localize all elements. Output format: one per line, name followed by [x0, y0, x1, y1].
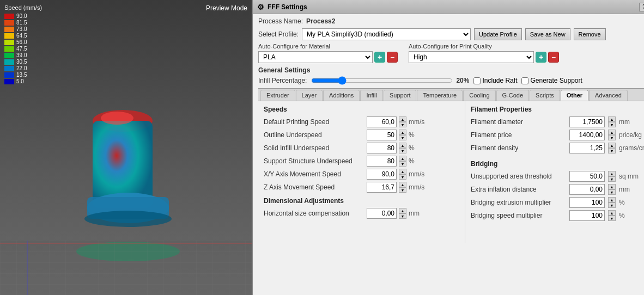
speed-up-3[interactable]: ▲ [399, 156, 406, 161]
tab-gcode[interactable]: G-Code [496, 90, 530, 101]
include-raft-checkbox[interactable] [473, 77, 481, 84]
speed-input-4[interactable] [367, 169, 397, 180]
svg-rect-8 [0, 241, 252, 295]
tab-other[interactable]: Other [561, 90, 588, 101]
speed-spinner-5: ▲ ▼ [399, 182, 406, 193]
include-raft-label[interactable]: Include Raft [473, 77, 517, 84]
generate-support-label[interactable]: Generate Support [521, 77, 582, 84]
filament-prop-row: Filament diameter ▲ ▼ mm [471, 116, 644, 127]
tab-cooling[interactable]: Cooling [463, 90, 495, 101]
tab-extruder[interactable]: Extruder [260, 90, 295, 101]
bridging-up-1[interactable]: ▲ [608, 184, 616, 189]
horiz-compensation-down[interactable]: ▼ [399, 213, 406, 219]
infill-slider[interactable] [311, 76, 453, 85]
speed-up-2[interactable]: ▲ [399, 143, 406, 148]
speed-input-5[interactable] [367, 182, 397, 193]
filament-up-2[interactable]: ▲ [608, 143, 616, 148]
tab-temperature[interactable]: Temperature [417, 90, 463, 101]
auto-configure-quality-controls: High + − [409, 51, 559, 63]
material-select[interactable]: PLA [258, 51, 373, 63]
color-bar: 90.081.573.064.556.047.539.030.522.013.5… [4, 13, 32, 85]
filament-prop-input-2[interactable] [569, 143, 605, 153]
help-button[interactable]: ? [639, 3, 644, 11]
material-add-button[interactable]: + [374, 52, 385, 63]
color-swatch [4, 33, 14, 39]
speed-input-0[interactable] [367, 116, 397, 127]
select-profile-label: Select Profile: [258, 30, 299, 38]
general-settings-title: General Settings [258, 66, 644, 74]
speed-row: Z Axis Movement Speed ▲ ▼ mm/s [264, 182, 459, 193]
bridging-row: Bridging speed multiplier ▲ ▼ % [471, 210, 644, 221]
speed-down-5[interactable]: ▼ [399, 187, 406, 193]
panel-content: Process Name: Process2 Select Profile: M… [253, 14, 644, 295]
bridging-down-2[interactable]: ▼ [608, 202, 616, 208]
quality-select[interactable]: High [409, 51, 534, 63]
speed-input-2[interactable] [367, 143, 397, 153]
panel-title-text: FFF Settings [268, 3, 307, 11]
speed-unit-3: % [409, 157, 425, 165]
speed-down-1[interactable]: ▼ [399, 135, 406, 140]
bridging-down-1[interactable]: ▼ [608, 189, 616, 195]
tab-layer[interactable]: Layer [296, 90, 323, 101]
filament-down-1[interactable]: ▼ [608, 135, 616, 140]
bridging-up-3[interactable]: ▲ [608, 210, 616, 216]
bridging-input-0[interactable] [569, 171, 605, 182]
color-entry: 90.0 [4, 13, 32, 19]
filament-prop-input-1[interactable] [569, 130, 605, 140]
remove-button[interactable]: Remove [574, 28, 606, 40]
speed-label-4: X/Y Axis Movement Speed [264, 170, 364, 178]
color-swatch [4, 27, 14, 32]
quality-remove-button[interactable]: − [548, 52, 559, 63]
speed-down-2[interactable]: ▼ [399, 148, 406, 153]
material-remove-button[interactable]: − [387, 52, 398, 63]
tab-additions[interactable]: Additions [323, 90, 360, 101]
generate-support-checkbox[interactable] [521, 77, 528, 84]
speed-input-1[interactable] [367, 130, 397, 140]
speed-legend: Speed (mm/s) 90.081.573.064.556.047.539.… [4, 4, 42, 85]
tab-infill[interactable]: Infill [360, 90, 383, 101]
filament-down-0[interactable]: ▼ [608, 122, 616, 127]
bridging-input-3[interactable] [569, 210, 605, 221]
filament-up-1[interactable]: ▲ [608, 130, 616, 135]
bridging-down-3[interactable]: ▼ [608, 216, 616, 221]
auto-configure-quality-label: Auto-Configure for Print Quality [409, 43, 559, 50]
color-label: 73.0 [16, 26, 27, 32]
quality-add-button[interactable]: + [536, 52, 546, 63]
horiz-compensation-up[interactable]: ▲ [399, 208, 406, 213]
auto-configure-material-controls: PLA + − [258, 51, 398, 63]
bridging-label-2: Bridging extrusion multiplier [471, 199, 566, 206]
bridging-up-2[interactable]: ▲ [608, 197, 616, 202]
filament-up-0[interactable]: ▲ [608, 116, 616, 122]
speed-down-4[interactable]: ▼ [399, 174, 406, 180]
speed-up-0[interactable]: ▲ [399, 116, 406, 122]
speed-unit-4: mm/s [409, 170, 425, 178]
profile-select[interactable]: My PLA Simplify3D (modified) [302, 28, 471, 40]
bridging-spinner-0: ▲ ▼ [608, 171, 616, 182]
horiz-compensation-input[interactable] [367, 208, 397, 219]
speed-up-4[interactable]: ▲ [399, 169, 406, 174]
tab-scripts[interactable]: Scripts [530, 90, 560, 101]
save-as-new-button[interactable]: Save as New [525, 28, 570, 40]
filament-prop-label-2: Filament density [471, 144, 566, 152]
bridging-down-0[interactable]: ▼ [608, 176, 616, 182]
speed-up-5[interactable]: ▲ [399, 182, 406, 187]
speed-down-3[interactable]: ▼ [399, 161, 406, 167]
tab-advanced[interactable]: Advanced [589, 90, 628, 101]
color-entry: 56.0 [4, 39, 32, 45]
filament-prop-label-1: Filament price [471, 131, 566, 139]
bridging-input-1[interactable] [569, 184, 605, 195]
speed-input-3[interactable] [367, 156, 397, 167]
bridging-label-0: Unsupported area threshold [471, 173, 566, 180]
bridging-spinner-2: ▲ ▼ [608, 197, 616, 208]
bridging-spinner-1: ▲ ▼ [608, 184, 616, 195]
tabs-bar: ExtruderLayerAdditionsInfillSupportTempe… [258, 88, 644, 101]
update-profile-button[interactable]: Update Profile [474, 28, 522, 40]
filament-down-2[interactable]: ▼ [608, 148, 616, 153]
tab-support[interactable]: Support [384, 90, 417, 101]
speed-down-0[interactable]: ▼ [399, 122, 406, 127]
bridging-input-2[interactable] [569, 197, 605, 208]
filament-prop-input-0[interactable] [569, 116, 605, 127]
filament-prop-spinner-0: ▲ ▼ [608, 116, 616, 127]
bridging-up-0[interactable]: ▲ [608, 171, 616, 176]
speed-up-1[interactable]: ▲ [399, 130, 406, 135]
